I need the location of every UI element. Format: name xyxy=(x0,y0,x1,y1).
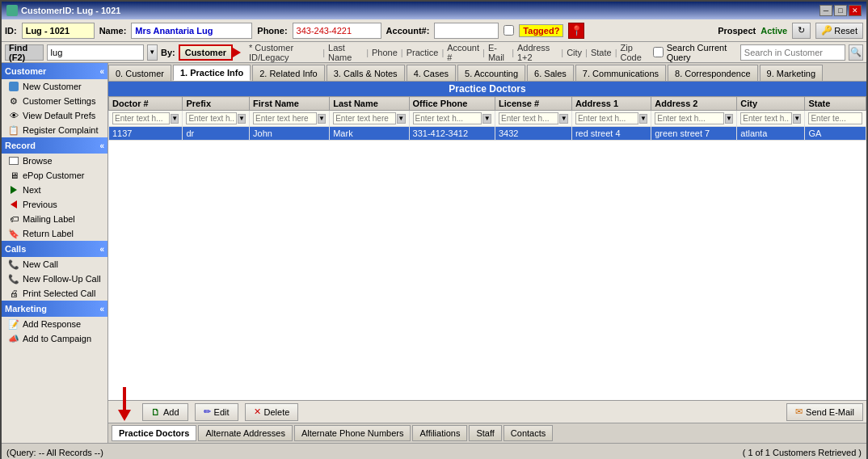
nav-item-lastname[interactable]: Last Name xyxy=(328,43,363,62)
filter-lastname-icon[interactable]: ▼ xyxy=(397,114,406,124)
nav-item-phone[interactable]: Phone xyxy=(372,48,398,57)
minimize-button[interactable]: ─ xyxy=(820,5,832,16)
tab-communications[interactable]: 7. Communications xyxy=(575,65,666,81)
tab-sales[interactable]: 6. Sales xyxy=(527,65,574,81)
nav-item-zip[interactable]: Zip Code xyxy=(621,43,650,62)
reset-button[interactable]: 🔑 Reset xyxy=(815,23,863,39)
tab-calls-notes[interactable]: 3. Calls & Notes xyxy=(327,65,405,81)
sidebar-item-mailing-label[interactable]: 🏷 Mailing Label xyxy=(2,212,107,226)
table-scroll[interactable]: Doctor # Prefix First Name Last Name Off… xyxy=(108,96,866,400)
search-input[interactable] xyxy=(740,44,845,61)
search-icon: 🔍 xyxy=(850,47,862,57)
sidebar-item-new-customer[interactable]: New Customer xyxy=(2,79,107,94)
nav-item-customer-id[interactable]: * Customer ID/Legacy xyxy=(249,43,319,62)
filter-license-icon[interactable]: ▼ xyxy=(559,114,568,124)
sidebar-item-add-response[interactable]: 📝 Add Response xyxy=(2,317,107,331)
sidebar-section-record[interactable]: Record « xyxy=(2,137,107,154)
nav-item-state[interactable]: State xyxy=(591,48,612,57)
by-customer-button[interactable]: Customer xyxy=(179,44,233,61)
sidebar-item-new-call[interactable]: 📞 New Call xyxy=(2,257,107,272)
sidebar-section-customer[interactable]: Customer « xyxy=(2,63,107,79)
filter-firstname-icon[interactable]: ▼ xyxy=(318,114,327,124)
tab-cases[interactable]: 4. Cases xyxy=(407,65,456,81)
nav-item-practice[interactable]: Practice xyxy=(407,48,439,57)
find-input[interactable] xyxy=(47,44,144,61)
nav-item-account[interactable]: Account # xyxy=(447,43,479,62)
tab-accounting[interactable]: 5. Accounting xyxy=(457,65,525,81)
refresh-button[interactable]: ↻ xyxy=(792,23,811,39)
sidebar-item-browse[interactable]: Browse xyxy=(2,154,107,168)
bottom-tab-staff[interactable]: Staff xyxy=(469,425,501,441)
filter-address2[interactable] xyxy=(655,112,723,124)
cell-address1: red street 4 xyxy=(571,127,651,141)
nav-sep-6: | xyxy=(512,48,514,57)
maximize-button[interactable]: □ xyxy=(834,5,847,16)
delete-button[interactable]: ✕ Delete xyxy=(245,403,299,421)
send-email-button[interactable]: ✉ Send E-Mail xyxy=(786,403,863,421)
bottom-tab-alternate-phones[interactable]: Alternate Phone Numbers xyxy=(294,425,411,441)
sidebar-item-follow-up[interactable]: 📞 New Follow-Up Call xyxy=(2,272,107,286)
sidebar-item-print-call[interactable]: 🖨 Print Selected Call xyxy=(2,286,107,301)
bottom-tab-practice-doctors[interactable]: Practice Doctors xyxy=(112,425,196,441)
add-button[interactable]: 🗋 Add xyxy=(142,403,188,421)
nav-item-address[interactable]: Address 1+2 xyxy=(517,43,558,62)
tab-practice-info[interactable]: 1. Practice Info xyxy=(173,65,251,81)
sidebar-item-add-campaign[interactable]: 📣 Add to Campaign xyxy=(2,331,107,346)
add-icon: 🗋 xyxy=(151,407,160,417)
filter-firstname[interactable] xyxy=(253,112,316,124)
bottom-tab-contacts[interactable]: Contacts xyxy=(504,425,553,441)
arrow-head-icon xyxy=(118,410,131,421)
account-field[interactable] xyxy=(434,23,499,39)
edit-icon: ✏ xyxy=(204,406,211,417)
filter-state[interactable] xyxy=(808,112,862,124)
filter-city-icon[interactable]: ▼ xyxy=(793,114,801,124)
filter-license[interactable] xyxy=(499,112,558,124)
arrow-shaft xyxy=(123,387,126,410)
email-icon: ✉ xyxy=(795,406,803,417)
filter-city[interactable] xyxy=(740,112,792,124)
nav-item-email[interactable]: E-Mail xyxy=(488,43,508,62)
tab-marketing[interactable]: 9. Marketing xyxy=(760,65,824,81)
tagged-checkbox[interactable] xyxy=(504,25,514,36)
bottom-tab-alternate-addresses[interactable]: Alternate Addresses xyxy=(198,425,292,441)
map-icon[interactable]: 📍 xyxy=(568,23,584,39)
nav-item-city[interactable]: City xyxy=(567,48,582,57)
sidebar-item-epop[interactable]: 🖥 ePop Customer xyxy=(2,168,107,183)
filter-lastname[interactable] xyxy=(333,112,396,124)
print-call-icon: 🖨 xyxy=(8,288,19,299)
table-row[interactable]: 1137 dr John Mark 331-412-3412 3432 red … xyxy=(109,127,866,141)
search-button[interactable]: 🔍 xyxy=(849,44,863,61)
sidebar-item-next[interactable]: Next xyxy=(2,183,107,197)
filter-address1-icon[interactable]: ▼ xyxy=(639,114,648,124)
refresh-icon: ↻ xyxy=(798,25,805,36)
sidebar-item-view-prefs[interactable]: 👁 View Default Prefs xyxy=(2,108,107,123)
search-current-checkbox[interactable] xyxy=(653,47,664,57)
filter-doctor-icon[interactable]: ▼ xyxy=(171,114,179,124)
filter-address1[interactable] xyxy=(575,112,638,124)
sidebar-section-calls[interactable]: Calls « xyxy=(2,241,107,257)
filter-doctor[interactable] xyxy=(112,112,170,124)
sidebar-item-customer-settings[interactable]: ⚙ Customer Settings xyxy=(2,94,107,108)
bottom-tab-affiliations[interactable]: Affiliations xyxy=(412,425,467,441)
close-button[interactable]: ✕ xyxy=(849,5,862,16)
tab-related-info[interactable]: 2. Related Info xyxy=(252,65,325,81)
filter-phone[interactable] xyxy=(413,112,482,124)
filter-prefix-icon[interactable]: ▼ xyxy=(238,114,246,124)
find-dropdown[interactable]: ▼ xyxy=(147,44,158,61)
edit-button[interactable]: ✏ Edit xyxy=(195,403,238,421)
tab-customer[interactable]: 0. Customer xyxy=(108,65,171,81)
name-field[interactable] xyxy=(131,23,252,39)
window-controls: ─ □ ✕ xyxy=(820,5,862,16)
col-license: License # xyxy=(495,97,571,111)
sidebar-item-previous[interactable]: Previous xyxy=(2,197,107,212)
tab-correspondence[interactable]: 8. Correspondence xyxy=(668,65,758,81)
id-field[interactable] xyxy=(22,23,95,39)
filter-phone-icon[interactable]: ▼ xyxy=(482,114,491,124)
sidebar-item-register-complaint[interactable]: 📋 Register Complaint xyxy=(2,123,107,137)
filter-prefix[interactable] xyxy=(186,112,236,124)
filter-address2-icon[interactable]: ▼ xyxy=(725,114,734,124)
phone-field[interactable] xyxy=(293,23,381,39)
sidebar-section-marketing[interactable]: Marketing « xyxy=(2,301,107,317)
customer-arrow-icon xyxy=(233,48,241,57)
sidebar-item-return-label[interactable]: 🔖 Return Label xyxy=(2,226,107,241)
